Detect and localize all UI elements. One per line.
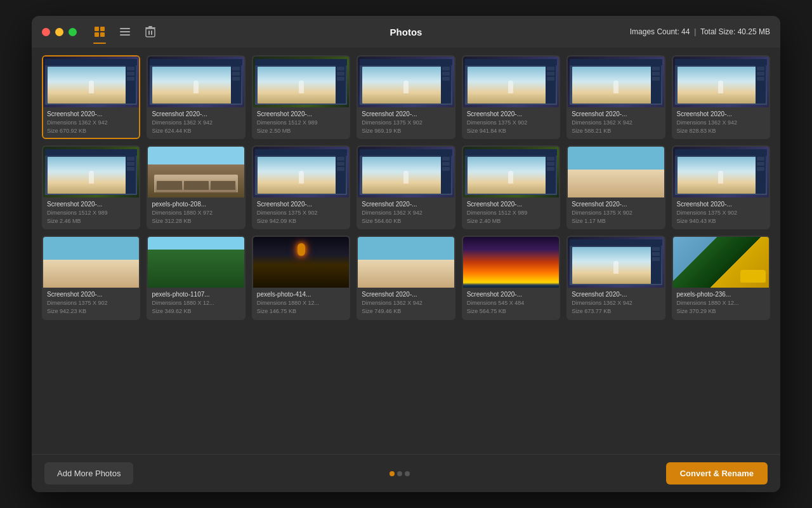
photo-info: Screenshot 2020-... Dimensions 1512 X 98… [43,197,139,228]
svg-rect-1 [100,27,105,31]
svg-rect-3 [100,32,105,37]
photo-item[interactable]: Screenshot 2020-... Dimensions 1362 X 94… [357,145,455,229]
view-toolbar [89,22,160,42]
photo-dimensions: Dimensions 1375 X 902Size 942.09 KB [257,209,345,225]
svg-rect-11 [148,26,152,27]
photo-dimensions: Dimensions 1362 X 942Size 749.46 KB [362,299,450,315]
photo-name: Screenshot 2020-... [467,201,555,208]
photo-info: Screenshot 2020-... Dimensions 1512 X 98… [463,197,559,228]
page-dot-2[interactable] [397,471,402,476]
photo-item[interactable]: Screenshot 2020-... Dimensions 1375 X 90… [672,145,770,229]
photo-info: pexels-photo-414... Dimensions 1880 X 12… [253,288,349,318]
photo-thumbnail [673,57,769,107]
photo-dimensions: Dimensions 1362 X 942Size 828.83 KB [677,119,765,135]
photo-thumbnail [253,147,349,197]
photo-thumbnail [463,147,559,197]
photo-grid-container[interactable]: Screenshot 2020-... Dimensions 1362 X 94… [32,48,780,454]
photo-thumbnail [148,57,244,107]
photo-thumbnail [463,237,559,288]
photo-dimensions: Dimensions 545 X 484Size 564.75 KB [467,299,555,315]
photo-name: pexels-photo-236... [677,291,765,298]
maximize-button[interactable] [69,28,77,36]
photo-info: Screenshot 2020-... Dimensions 1362 X 94… [358,197,454,228]
photo-item[interactable]: Screenshot 2020-... Dimensions 1375 X 90… [42,236,140,319]
add-photos-button[interactable]: Add More Photos [44,462,133,485]
photo-item[interactable]: pexels-photo-1107... Dimensions 1880 X 1… [147,236,245,319]
photo-info: Screenshot 2020-... Dimensions 545 X 484… [463,288,559,318]
images-count-value: 44 [681,27,690,36]
photo-name: Screenshot 2020-... [257,201,345,208]
photo-info: Screenshot 2020-... Dimensions 1362 X 94… [43,107,139,138]
pagination [390,471,410,476]
page-dot-1[interactable] [390,471,395,476]
photo-item[interactable]: Screenshot 2020-... Dimensions 545 X 484… [462,236,560,319]
list-view-button[interactable] [115,22,135,42]
photo-info: Screenshot 2020-... Dimensions 1362 X 94… [568,107,664,138]
convert-rename-button[interactable]: Convert & Rename [666,462,768,485]
photo-item[interactable]: pexels-photo-414... Dimensions 1880 X 12… [252,236,350,319]
minimize-button[interactable] [55,28,63,36]
grid-view-button[interactable] [89,22,110,42]
photo-name: pexels-photo-1107... [152,291,240,298]
photo-name: Screenshot 2020-... [47,201,135,208]
page-dot-3[interactable] [405,471,410,476]
photo-name: Screenshot 2020-... [467,110,555,117]
photo-name: Screenshot 2020-... [257,110,345,117]
photo-info: Screenshot 2020-... Dimensions 1375 X 90… [358,107,454,138]
photo-item[interactable]: Screenshot 2020-... Dimensions 1362 X 94… [357,236,455,319]
photo-thumbnail [148,147,244,197]
svg-rect-6 [120,34,130,36]
photo-item[interactable]: Screenshot 2020-... Dimensions 1362 X 94… [672,55,770,139]
photo-item[interactable]: pexels-photo-208... Dimensions 1880 X 97… [147,145,245,229]
photo-item[interactable]: Screenshot 2020-... Dimensions 1362 X 94… [147,55,245,139]
photo-dimensions: Dimensions 1362 X 942Size 673.77 KB [572,299,660,315]
close-button[interactable] [42,28,50,36]
photo-thumbnail [568,147,664,197]
photo-item[interactable]: pexels-photo-236... Dimensions 1880 X 12… [672,236,770,319]
photo-thumbnail [358,57,454,107]
photo-info: Screenshot 2020-... Dimensions 1375 X 90… [253,197,349,228]
photo-info: Screenshot 2020-... Dimensions 1362 X 94… [148,107,244,138]
photo-name: Screenshot 2020-... [362,291,450,298]
photo-item[interactable]: Screenshot 2020-... Dimensions 1375 X 90… [357,55,455,139]
svg-rect-7 [146,29,155,37]
photo-info: pexels-photo-236... Dimensions 1880 X 12… [673,288,769,318]
traffic-lights [42,28,77,36]
svg-rect-10 [145,27,155,29]
photo-info: Screenshot 2020-... Dimensions 1375 X 90… [463,107,559,138]
photo-name: Screenshot 2020-... [572,291,660,298]
titlebar: Photos Images Count: 44 | Total Size: 40… [32,16,780,48]
photo-item[interactable]: Screenshot 2020-... Dimensions 1375 X 90… [566,145,665,229]
photo-item[interactable]: Screenshot 2020-... Dimensions 1512 X 98… [42,145,140,229]
photo-info: pexels-photo-1107... Dimensions 1880 X 1… [148,288,244,318]
photo-name: Screenshot 2020-... [677,201,765,208]
window-title: Photos [390,27,422,37]
header-stats: Images Count: 44 | Total Size: 40.25 MB [630,27,770,36]
photo-name: Screenshot 2020-... [47,291,135,298]
photo-dimensions: Dimensions 1880 X 12...Size 146.75 KB [257,299,345,315]
photo-name: Screenshot 2020-... [572,110,660,117]
photo-thumbnail [43,57,139,107]
photo-item[interactable]: Screenshot 2020-... Dimensions 1375 X 90… [252,145,350,229]
photo-info: Screenshot 2020-... Dimensions 1375 X 90… [673,197,769,228]
photo-info: Screenshot 2020-... Dimensions 1375 X 90… [568,197,664,228]
photo-thumbnail [673,237,769,288]
photo-dimensions: Dimensions 1512 X 989Size 2.46 MB [47,209,135,225]
photo-info: Screenshot 2020-... Dimensions 1362 X 94… [358,288,454,318]
photo-item[interactable]: Screenshot 2020-... Dimensions 1362 X 94… [566,55,665,139]
photo-info: Screenshot 2020-... Dimensions 1512 X 98… [253,107,349,138]
photo-dimensions: Dimensions 1375 X 902Size 1.17 MB [572,209,660,225]
photo-dimensions: Dimensions 1362 X 942Size 564.60 KB [362,209,450,225]
photo-grid: Screenshot 2020-... Dimensions 1362 X 94… [42,55,770,320]
trash-button[interactable] [140,22,160,42]
photo-item[interactable]: Screenshot 2020-... Dimensions 1362 X 94… [566,236,665,319]
photo-thumbnail [673,147,769,197]
photo-item[interactable]: Screenshot 2020-... Dimensions 1512 X 98… [252,55,350,139]
photo-name: Screenshot 2020-... [362,201,450,208]
photo-item[interactable]: Screenshot 2020-... Dimensions 1375 X 90… [462,55,560,139]
photo-dimensions: Dimensions 1375 X 902Size 942.23 KB [47,299,135,315]
photo-item[interactable]: Screenshot 2020-... Dimensions 1512 X 98… [462,145,560,229]
svg-rect-0 [95,27,99,31]
photo-item[interactable]: Screenshot 2020-... Dimensions 1362 X 94… [42,55,140,139]
total-size-label: Total Size: [700,27,735,36]
